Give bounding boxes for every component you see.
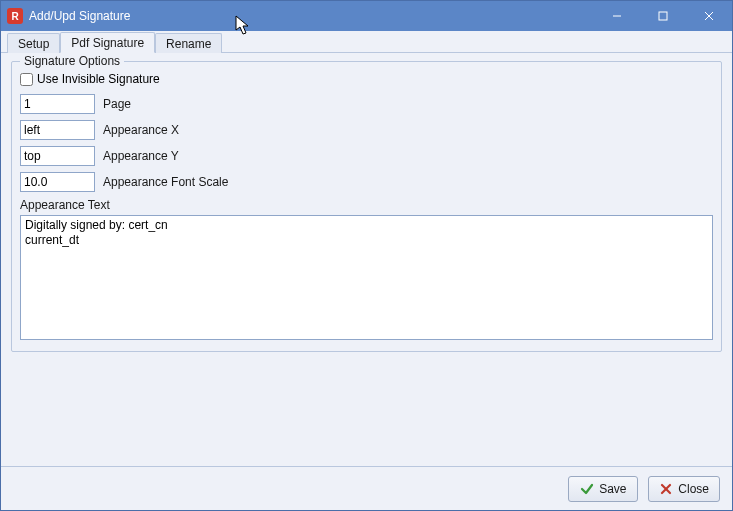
check-icon (580, 482, 594, 496)
appearance-text-label: Appearance Text (20, 198, 713, 212)
minimize-icon (612, 11, 622, 21)
save-button[interactable]: Save (568, 476, 638, 502)
tab-strip: Setup Pdf Signature Rename (1, 31, 732, 53)
x-icon (659, 482, 673, 496)
close-icon (704, 11, 714, 21)
button-bar: Save Close (1, 466, 732, 510)
page-row: Page (20, 94, 713, 114)
minimize-button[interactable] (594, 1, 640, 31)
titlebar[interactable]: R Add/Upd Signature (1, 1, 732, 31)
app-icon: R (7, 8, 23, 24)
dialog-window: R Add/Upd Signature Setup Pdf Signature … (0, 0, 733, 511)
font-scale-input[interactable] (20, 172, 95, 192)
invisible-signature-row: Use Invisible Signature (20, 72, 713, 86)
appearance-y-row: Appearance Y (20, 146, 713, 166)
invisible-signature-label: Use Invisible Signature (37, 72, 160, 86)
page-label: Page (103, 97, 131, 111)
close-window-button[interactable] (686, 1, 732, 31)
appearance-x-label: Appearance X (103, 123, 179, 137)
close-button-label: Close (678, 482, 709, 496)
maximize-button[interactable] (640, 1, 686, 31)
maximize-icon (658, 11, 668, 21)
svg-rect-1 (659, 12, 667, 20)
appearance-y-label: Appearance Y (103, 149, 179, 163)
tab-rename[interactable]: Rename (155, 33, 222, 53)
tab-setup[interactable]: Setup (7, 33, 60, 53)
font-scale-row: Appearance Font Scale (20, 172, 713, 192)
page-input[interactable] (20, 94, 95, 114)
save-button-label: Save (599, 482, 626, 496)
invisible-signature-checkbox[interactable] (20, 73, 33, 86)
signature-options-fieldset: Signature Options Use Invisible Signatur… (11, 61, 722, 352)
tab-content: Signature Options Use Invisible Signatur… (1, 53, 732, 466)
window-controls (594, 1, 732, 31)
tab-pdf-signature[interactable]: Pdf Signature (60, 32, 155, 53)
appearance-x-input[interactable] (20, 120, 95, 140)
font-scale-label: Appearance Font Scale (103, 175, 228, 189)
appearance-y-input[interactable] (20, 146, 95, 166)
appearance-x-row: Appearance X (20, 120, 713, 140)
close-button[interactable]: Close (648, 476, 720, 502)
window-title: Add/Upd Signature (29, 9, 130, 23)
fieldset-legend: Signature Options (20, 54, 124, 68)
appearance-text-area[interactable] (20, 215, 713, 340)
